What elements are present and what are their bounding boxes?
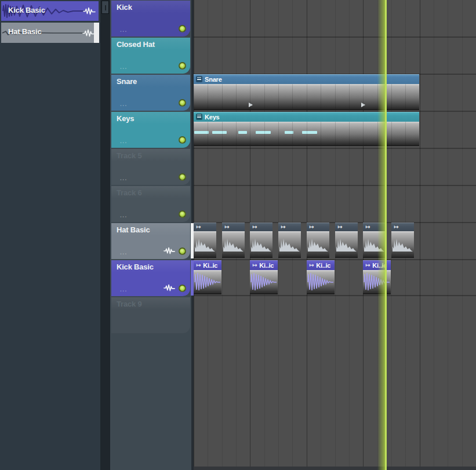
clip-header[interactable]: ↦ — [278, 223, 301, 231]
clip-waveform — [194, 270, 221, 294]
track-name: Track 5 — [117, 151, 141, 160]
snare-hit-marker — [249, 103, 253, 107]
browser-scrollbar[interactable] — [100, 0, 110, 470]
track-name: Closed Hat — [117, 40, 155, 49]
audio-clip-kick[interactable]: ↦Ki..ic — [307, 260, 335, 294]
audio-clip-hat[interactable]: ↦ — [194, 223, 216, 258]
audio-clip-icon: ↦ — [365, 224, 370, 230]
clip-body[interactable] — [194, 231, 216, 258]
audio-clip-icon: ↦ — [394, 224, 398, 230]
track-header-snare[interactable]: Snare ... — [111, 75, 190, 111]
clip-header[interactable]: ↦ — [391, 223, 414, 231]
clip-waveform — [278, 231, 301, 258]
track-options-ellipsis[interactable]: ... — [120, 138, 128, 144]
clip-body[interactable] — [250, 270, 278, 294]
audio-clip-kick[interactable]: ↦Ki..ic — [194, 260, 221, 294]
clip-waveform — [194, 231, 216, 258]
audio-clip-hat[interactable]: ↦ — [391, 223, 414, 258]
clip-title: Keys — [205, 114, 220, 121]
clip-header[interactable]: ↦ — [335, 223, 358, 231]
audio-clip-kick[interactable]: ↦Ki..ic — [250, 260, 278, 294]
track-enable-led[interactable] — [179, 247, 186, 255]
audio-clip-icon: ↦ — [281, 224, 285, 230]
row-separator — [194, 185, 476, 186]
note-preview — [194, 131, 209, 134]
playlist-grid[interactable]: Snare Keys ↦ ↦ ↦ ↦ — [194, 0, 476, 470]
clip-title: Snare — [205, 76, 222, 83]
clip-header[interactable]: ↦Ki..ic — [194, 260, 221, 270]
track-header-kick-basic[interactable]: Kick Basic ... — [111, 260, 190, 296]
track-enable-led[interactable] — [179, 285, 186, 292]
audio-clip-hat[interactable]: ↦ — [335, 223, 358, 258]
track-options-ellipsis[interactable]: ... — [120, 64, 128, 70]
clip-body[interactable] — [194, 270, 221, 294]
track-header-track-9[interactable]: Track 9 — [111, 297, 190, 333]
audio-clip-hat[interactable]: ↦ — [222, 223, 245, 258]
track-headers-panel: Kick ... Closed Hat ... Snare ... Keys .… — [110, 0, 191, 470]
track-enable-led[interactable] — [179, 99, 186, 107]
grid-bottom-edge — [194, 467, 476, 470]
audio-clip-hat[interactable]: ↦ — [278, 223, 301, 258]
clip-header[interactable]: ↦ — [222, 223, 245, 231]
clip-body[interactable] — [391, 231, 414, 258]
clip-header[interactable]: ↦Ki..ic — [307, 260, 335, 270]
track-enable-led[interactable] — [179, 136, 186, 144]
clip-title: Ki..ic — [259, 262, 274, 269]
audio-clip-icon: ↦ — [252, 263, 257, 268]
browser-item-highlight-strip — [94, 23, 99, 43]
clip-header[interactable]: ↦Ki..ic — [250, 260, 278, 270]
audio-clip-icon: ↦ — [196, 263, 201, 268]
clip-body[interactable] — [335, 231, 358, 258]
clip-title: Ki..ic — [203, 262, 217, 269]
track-options-ellipsis[interactable]: ... — [120, 27, 128, 33]
track-header-track-6[interactable]: Track 6 ... — [111, 186, 190, 222]
audio-clip-icon: ↦ — [365, 263, 370, 268]
clip-body[interactable] — [222, 231, 245, 258]
track-options-ellipsis[interactable]: ... — [120, 212, 128, 218]
track-enable-led[interactable] — [179, 25, 186, 32]
clip-waveform — [222, 231, 245, 258]
track-header-keys[interactable]: Keys ... — [111, 112, 190, 148]
audio-clip-hat[interactable]: ↦ — [307, 223, 329, 258]
scrollbar-thumb[interactable] — [101, 1, 109, 14]
note-preview — [212, 131, 227, 134]
track-options-ellipsis[interactable]: ... — [120, 249, 128, 256]
playhead-glow — [377, 0, 385, 470]
audio-wave-icon — [82, 29, 94, 38]
track-options-ellipsis[interactable]: ... — [120, 101, 128, 107]
clip-header[interactable]: ↦ — [194, 223, 216, 231]
clip-body[interactable] — [307, 231, 329, 258]
note-preview — [238, 131, 247, 134]
clip-waveform — [307, 270, 335, 294]
track-header-kick[interactable]: Kick ... — [111, 1, 190, 37]
fl-studio-playlist: Kick Basic Hat Basic Kick ... Closed Hat — [0, 0, 476, 470]
clip-header[interactable]: ↦ — [250, 223, 272, 231]
track-options-ellipsis[interactable]: ... — [120, 286, 128, 293]
audio-clip-icon: ↦ — [252, 224, 257, 230]
track-name: Keys — [117, 114, 134, 123]
clip-waveform — [335, 231, 358, 258]
clip-body[interactable] — [307, 270, 335, 294]
browser-item-kick-basic[interactable]: Kick Basic — [1, 1, 99, 21]
track-header-hat-basic[interactable]: Hat Basic ... — [111, 223, 190, 259]
track-name: Snare — [117, 77, 137, 86]
track-enable-led[interactable] — [179, 173, 186, 181]
track-header-track-5[interactable]: Track 5 ... — [111, 149, 190, 185]
browser-item-hat-basic[interactable]: Hat Basic — [1, 23, 94, 43]
clip-header[interactable]: ↦ — [307, 223, 329, 231]
playhead[interactable] — [385, 0, 387, 470]
clip-body[interactable] — [250, 231, 272, 258]
audio-clip-hat[interactable]: ↦ — [250, 223, 272, 258]
track-options-ellipsis[interactable]: ... — [120, 175, 128, 181]
track-header-closed-hat[interactable]: Closed Hat ... — [111, 38, 190, 74]
track-name: Kick — [117, 3, 132, 12]
note-preview — [256, 131, 271, 134]
row-separator — [194, 295, 476, 296]
audio-wave-icon — [83, 7, 96, 16]
clip-waveform — [307, 231, 329, 258]
track-enable-led[interactable] — [179, 62, 186, 70]
clip-body[interactable] — [278, 231, 301, 258]
row-separator — [194, 37, 476, 38]
row-separator — [194, 259, 476, 260]
track-enable-led[interactable] — [179, 210, 186, 218]
